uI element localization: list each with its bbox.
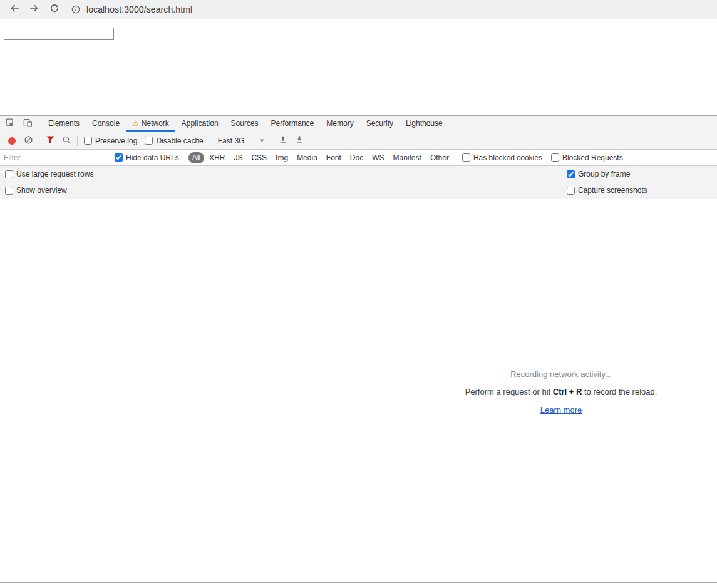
tab-label: Console [92,119,120,128]
type-filter-media[interactable]: Media [293,152,321,163]
back-button[interactable] [6,1,23,18]
tab-performance[interactable]: Performance [265,116,321,132]
show-overview-checkbox[interactable]: Show overview [5,186,567,195]
tab-label: Application [182,119,219,128]
upload-icon [279,135,287,146]
reload-button[interactable] [46,1,63,18]
browser-toolbar: localhost:3000/search.html [0,0,717,19]
checkbox-label: Has blocked cookies [473,153,542,162]
filter-toggle-button[interactable] [42,133,58,148]
device-toolbar-icon [23,118,33,130]
download-icon [295,135,304,146]
address-bar[interactable]: localhost:3000/search.html [69,1,711,18]
disable-cache-checkbox[interactable]: Disable cache [145,137,203,145]
checkbox-label: Group by frame [578,170,630,178]
tab-console[interactable]: Console [86,116,126,132]
empty-state-hint: Perform a request or hit Ctrl + R to rec… [465,387,658,396]
tab-label: Sources [231,119,259,128]
tab-label: Memory [326,119,353,128]
learn-more-link[interactable]: Learn more [540,405,582,415]
checkbox-label: Use large request rows [16,170,93,178]
page-info-icon[interactable] [69,3,83,16]
divider [210,136,210,146]
search-input[interactable] [4,28,114,40]
checkbox-input[interactable] [5,187,13,195]
search-button[interactable] [58,133,75,148]
divider [39,119,39,129]
checkbox-label: Blocked Requests [562,153,623,162]
empty-state: Recording network activity... Perform a … [465,369,658,415]
hint-shortcut: Ctrl + R [553,387,582,396]
has-blocked-cookies-checkbox[interactable]: Has blocked cookies [462,153,542,162]
clear-icon [24,135,33,147]
type-filter-other[interactable]: Other [426,152,453,163]
checkbox-input[interactable] [115,153,123,162]
type-filter-font[interactable]: Font [322,152,345,163]
throttling-value: Fast 3G [218,137,245,145]
checkbox-input[interactable] [551,153,559,162]
toggle-device-toolbar-button[interactable] [19,116,36,132]
divider [77,136,78,146]
url-text: localhost:3000/search.html [86,4,192,14]
back-arrow-icon [9,3,19,16]
type-filter-xhr[interactable]: XHR [205,152,229,163]
checkbox-input[interactable] [145,137,153,145]
tab-elements[interactable]: Elements [42,116,86,132]
warning-icon: ⚠ [132,120,139,127]
tab-lighthouse[interactable]: Lighthouse [400,116,449,132]
throttling-select[interactable]: Fast 3G ▼ [213,137,270,145]
checkbox-label: Capture screenshots [578,186,647,195]
record-button[interactable] [4,133,20,148]
options-row: Show overview Capture screenshots [0,182,717,199]
group-by-frame-checkbox[interactable]: Group by frame [567,170,717,178]
type-filter-manifest[interactable]: Manifest [389,152,425,163]
tab-label: Elements [48,119,80,128]
type-filter-img[interactable]: Img [272,152,292,163]
divider [39,136,39,146]
tab-sources[interactable]: Sources [225,116,265,132]
import-har-button[interactable] [275,133,291,148]
inspect-cursor-icon [6,118,15,130]
checkbox-label: Preserve log [95,137,137,145]
checkbox-input[interactable] [567,187,575,195]
capture-screenshots-checkbox[interactable]: Capture screenshots [567,186,717,195]
empty-state-title: Recording network activity... [465,369,658,379]
network-options: Use large request rows Group by frame Sh… [0,166,717,199]
reload-icon [49,3,59,16]
type-filter-all[interactable]: All [188,152,204,163]
tab-application[interactable]: Application [175,116,225,132]
tab-memory[interactable]: Memory [320,116,359,132]
checkbox-input[interactable] [84,137,92,145]
page-content [0,19,717,115]
clear-button[interactable] [20,133,36,148]
filter-input[interactable] [4,153,105,162]
blocked-requests-checkbox[interactable]: Blocked Requests [551,153,623,162]
type-filter-js[interactable]: JS [230,152,246,163]
type-filter-doc[interactable]: Doc [346,152,367,163]
devtools-panel: Elements Console ⚠ Network Application S… [0,115,717,583]
forward-button[interactable] [26,1,43,18]
checkbox-input[interactable] [462,153,470,162]
use-large-request-rows-checkbox[interactable]: Use large request rows [5,170,567,178]
forward-arrow-icon [29,3,39,16]
checkbox-label: Hide data URLs [126,153,179,162]
export-har-button[interactable] [291,133,307,148]
checkbox-label: Disable cache [156,137,203,145]
request-type-filters: All XHR JS CSS Img Media Font Doc WS Man… [188,152,453,163]
checkbox-input[interactable] [567,170,575,178]
search-icon [62,135,71,147]
inspect-element-button[interactable] [1,116,19,132]
checkbox-input[interactable] [5,170,13,178]
hint-suffix: to record the reload. [582,387,657,396]
hide-data-urls-checkbox[interactable]: Hide data URLs [115,153,179,162]
type-filter-ws[interactable]: WS [368,152,388,163]
tab-label: Performance [271,119,314,128]
divider [108,153,108,163]
tab-network[interactable]: ⚠ Network [126,116,175,132]
tab-label: Network [142,119,169,128]
network-filter-bar: Hide data URLs All XHR JS CSS Img Media … [0,150,717,166]
preserve-log-checkbox[interactable]: Preserve log [84,137,137,145]
tab-label: Security [366,119,393,128]
tab-security[interactable]: Security [360,116,400,132]
type-filter-css[interactable]: CSS [247,152,271,163]
